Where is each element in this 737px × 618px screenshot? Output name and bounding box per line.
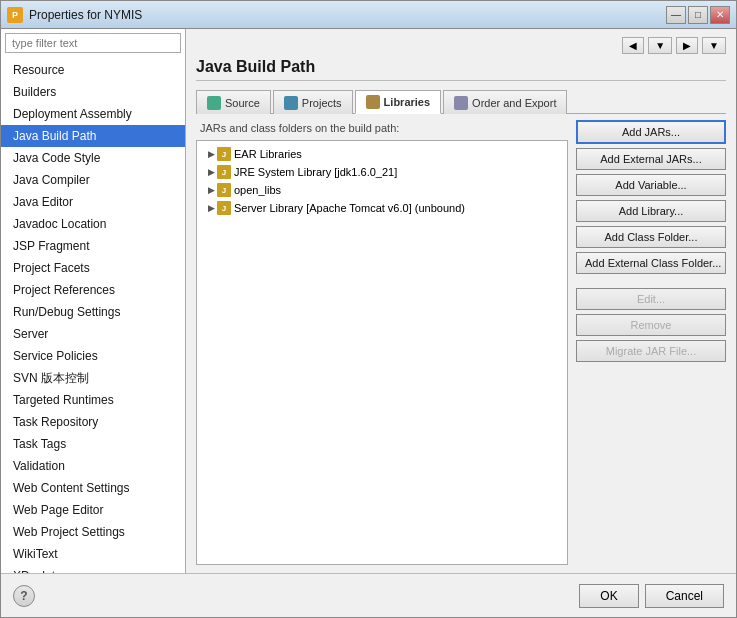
build-path-header: JARs and class folders on the build path… [196, 120, 568, 140]
sidebar-item[interactable]: Run/Debug Settings [1, 301, 185, 323]
libraries-icon [366, 95, 380, 109]
sidebar-item[interactable]: Task Tags [1, 433, 185, 455]
jar-icon: J [217, 201, 231, 215]
projects-icon [284, 96, 298, 110]
source-icon [207, 96, 221, 110]
tree-item[interactable]: ▶Jopen_libs [201, 181, 563, 199]
sidebar-item[interactable]: Javadoc Location [1, 213, 185, 235]
nav-arrows: ◀ ▼ ▶ ▼ [196, 37, 726, 54]
tab-source[interactable]: Source [196, 90, 271, 114]
tree-arrow-icon[interactable]: ▶ [205, 184, 217, 196]
sidebar-item[interactable]: Web Page Editor [1, 499, 185, 521]
action-button-add-external-jars---[interactable]: Add External JARs... [576, 148, 726, 170]
help-button[interactable]: ? [13, 585, 35, 607]
sidebar-item[interactable]: WikiText [1, 543, 185, 565]
tab-projects[interactable]: Projects [273, 90, 353, 114]
sidebar-item[interactable]: JSP Fragment [1, 235, 185, 257]
tab-label: Libraries [384, 96, 430, 108]
forward-button[interactable]: ▼ [648, 37, 672, 54]
jar-icon: J [217, 165, 231, 179]
ok-button[interactable]: OK [579, 584, 638, 608]
sidebar-item[interactable]: Deployment Assembly [1, 103, 185, 125]
sidebar-list: ResourceBuildersDeployment AssemblyJava … [1, 57, 185, 573]
build-path-area: ▶JEAR Libraries▶JJRE System Library [jdk… [196, 140, 568, 565]
action-button-add-library---[interactable]: Add Library... [576, 200, 726, 222]
sidebar-item[interactable]: Web Content Settings [1, 477, 185, 499]
sidebar-item[interactable]: Validation [1, 455, 185, 477]
action-button-add-external-class-folder---[interactable]: Add External Class Folder... [576, 252, 726, 274]
window-icon: P [7, 7, 23, 23]
tree-item[interactable]: ▶JServer Library [Apache Tomcat v6.0] (u… [201, 199, 563, 217]
tab-content: JARs and class folders on the build path… [196, 120, 726, 565]
buttons-panel: Add JARs...Add External JARs...Add Varia… [576, 120, 726, 565]
tabs: SourceProjectsLibrariesOrder and Export [196, 89, 726, 114]
button-spacer [576, 278, 726, 284]
tab-label: Source [225, 97, 260, 109]
forward2-button[interactable]: ▶ [676, 37, 698, 54]
main-window: P Properties for NYMIS — □ ✕ ResourceBui… [0, 0, 737, 618]
minimize-button[interactable]: — [666, 6, 686, 24]
filter-input[interactable] [5, 33, 181, 53]
order-icon [454, 96, 468, 110]
page-title: Java Build Path [196, 58, 726, 81]
bottom-right: OK Cancel [579, 584, 724, 608]
action-button-add-class-folder---[interactable]: Add Class Folder... [576, 226, 726, 248]
main-panel: ◀ ▼ ▶ ▼ Java Build Path SourceProjectsLi… [186, 29, 736, 573]
tab-label: Projects [302, 97, 342, 109]
sidebar-item[interactable]: Java Compiler [1, 169, 185, 191]
action-button-migrate-jar-file---: Migrate JAR File... [576, 340, 726, 362]
title-bar: P Properties for NYMIS — □ ✕ [1, 1, 736, 29]
action-button-add-variable---[interactable]: Add Variable... [576, 174, 726, 196]
tree-arrow-icon[interactable]: ▶ [205, 148, 217, 160]
sidebar-item[interactable]: Server [1, 323, 185, 345]
cancel-button[interactable]: Cancel [645, 584, 724, 608]
jar-icon: J [217, 147, 231, 161]
sidebar-item[interactable]: XDoclet [1, 565, 185, 573]
sidebar-item[interactable]: Java Code Style [1, 147, 185, 169]
sidebar-item[interactable]: Targeted Runtimes [1, 389, 185, 411]
down-button[interactable]: ▼ [702, 37, 726, 54]
tree-item-label: JRE System Library [jdk1.6.0_21] [234, 166, 397, 178]
sidebar-item[interactable]: Project References [1, 279, 185, 301]
sidebar-item[interactable]: Java Editor [1, 191, 185, 213]
sidebar-item[interactable]: Task Repository [1, 411, 185, 433]
tree-item-label: open_libs [234, 184, 281, 196]
tree-arrow-icon[interactable]: ▶ [205, 202, 217, 214]
sidebar-item[interactable]: Java Build Path [1, 125, 185, 147]
tab-order-and-export[interactable]: Order and Export [443, 90, 567, 114]
back-button[interactable]: ◀ [622, 37, 644, 54]
close-button[interactable]: ✕ [710, 6, 730, 24]
sidebar: ResourceBuildersDeployment AssemblyJava … [1, 29, 186, 573]
tab-libraries[interactable]: Libraries [355, 90, 441, 114]
action-button-add-jars---[interactable]: Add JARs... [576, 120, 726, 144]
tree-item-label: EAR Libraries [234, 148, 302, 160]
title-bar-buttons: — □ ✕ [666, 6, 730, 24]
sidebar-item[interactable]: Service Policies [1, 345, 185, 367]
tab-label: Order and Export [472, 97, 556, 109]
sidebar-item[interactable]: Web Project Settings [1, 521, 185, 543]
sidebar-item[interactable]: Builders [1, 81, 185, 103]
sidebar-item[interactable]: Project Facets [1, 257, 185, 279]
tree-item-label: Server Library [Apache Tomcat v6.0] (unb… [234, 202, 465, 214]
maximize-button[interactable]: □ [688, 6, 708, 24]
content-area: ResourceBuildersDeployment AssemblyJava … [1, 29, 736, 573]
tree-item[interactable]: ▶JEAR Libraries [201, 145, 563, 163]
sidebar-item[interactable]: SVN 版本控制 [1, 367, 185, 389]
sidebar-item[interactable]: Resource [1, 59, 185, 81]
bottom-left: ? [13, 585, 35, 607]
bottom-bar: ? OK Cancel [1, 573, 736, 617]
tree-arrow-icon[interactable]: ▶ [205, 166, 217, 178]
action-button-edit---: Edit... [576, 288, 726, 310]
window-title: Properties for NYMIS [29, 8, 666, 22]
jar-icon: J [217, 183, 231, 197]
tree-item[interactable]: ▶JJRE System Library [jdk1.6.0_21] [201, 163, 563, 181]
action-button-remove: Remove [576, 314, 726, 336]
